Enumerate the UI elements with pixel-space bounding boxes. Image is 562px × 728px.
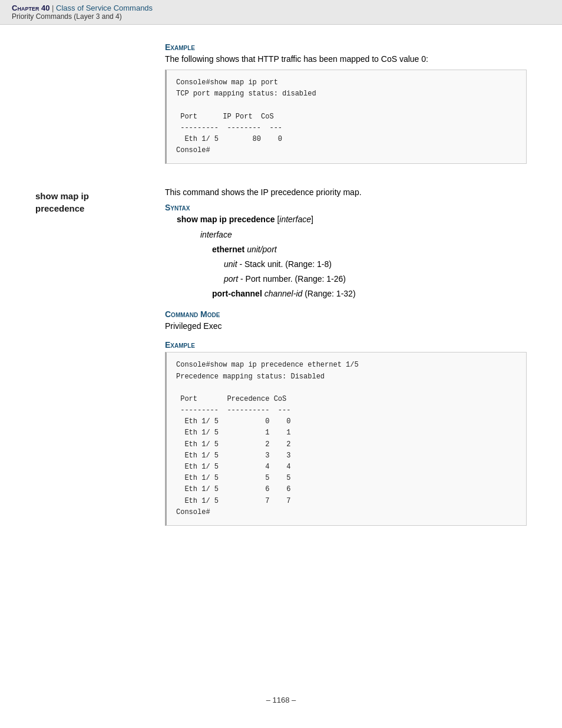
command-name-line1: show map ip: [35, 191, 89, 201]
syntax-label: Syntax: [165, 203, 527, 212]
syntax-section: Syntax show map ip precedence [interface…: [165, 203, 527, 300]
example-section: Example Console#show map ip precedence e…: [165, 340, 527, 526]
page-number: – 1168 –: [266, 696, 296, 704]
command-body-column: This command shows the IP precedence pri…: [165, 187, 527, 538]
param-port: port - Port number. (Range: 1-26): [224, 273, 527, 285]
param-port-italic: port: [224, 274, 238, 284]
syntax-command-line: show map ip precedence [interface]: [177, 215, 527, 224]
param-channel-range: (Range: 1-32): [305, 289, 355, 298]
header-subtitle: Priority Commands (Layer 3 and 4): [12, 12, 550, 21]
param-tree: interface ethernet unit/port unit - Stac…: [189, 229, 527, 300]
param-unit: unit - Stack unit. (Range: 1-8): [224, 258, 527, 271]
param-port-channel: port-channel channel-id (Range: 1-32): [212, 288, 527, 300]
top-example-code: Console#show map ip port TCP port mappin…: [165, 70, 527, 164]
param-channel-id: channel-id: [265, 289, 303, 298]
command-mode-section: Command Mode Privileged Exec: [165, 309, 527, 331]
syntax-interface-param: interface: [279, 215, 311, 224]
top-example-section: Example The following shows that HTTP tr…: [165, 42, 527, 164]
page-footer: – 1168 –: [0, 684, 562, 716]
chapter-title: Class of Service Commands: [56, 4, 153, 12]
param-ethernet: ethernet unit/port: [212, 243, 527, 256]
param-unit-italic: unit: [224, 259, 237, 269]
header-line1: Chapter 40 | Class of Service Commands: [12, 4, 550, 12]
param-unit-desc: - Stack unit. (Range: 1-8): [239, 259, 331, 269]
command-name-line2: precedence: [35, 203, 84, 213]
param-ethernet-bold: ethernet: [212, 245, 244, 254]
syntax-bracket-close: ]: [311, 215, 313, 224]
page-content: Example The following shows that HTTP tr…: [0, 25, 562, 585]
param-interface: interface: [200, 229, 527, 241]
command-name: show map ip precedence: [35, 190, 165, 215]
command-name-column: show map ip precedence: [35, 187, 165, 538]
top-example-label: Example: [165, 42, 527, 52]
param-ethernet-unitport: unit/port: [247, 245, 277, 254]
example-label: Example: [165, 340, 527, 350]
command-description: This command shows the IP precedence pri…: [165, 187, 527, 197]
param-port-desc: - Port number. (Range: 1-26): [240, 274, 346, 284]
top-example-description: The following shows that HTTP traffic ha…: [165, 54, 527, 64]
chapter-label: Chapter 40: [12, 4, 49, 12]
command-section: show map ip precedence This command show…: [35, 187, 527, 538]
page-header: Chapter 40 | Class of Service Commands P…: [0, 0, 562, 25]
example-code: Console#show map ip precedence ethernet …: [165, 352, 527, 526]
command-mode-label: Command Mode: [165, 309, 527, 319]
command-mode-value: Privileged Exec: [165, 321, 527, 331]
syntax-command-bold: show map ip precedence: [177, 215, 275, 224]
param-interface-text: interface: [200, 230, 232, 239]
param-port-channel-bold: port-channel: [212, 289, 262, 298]
